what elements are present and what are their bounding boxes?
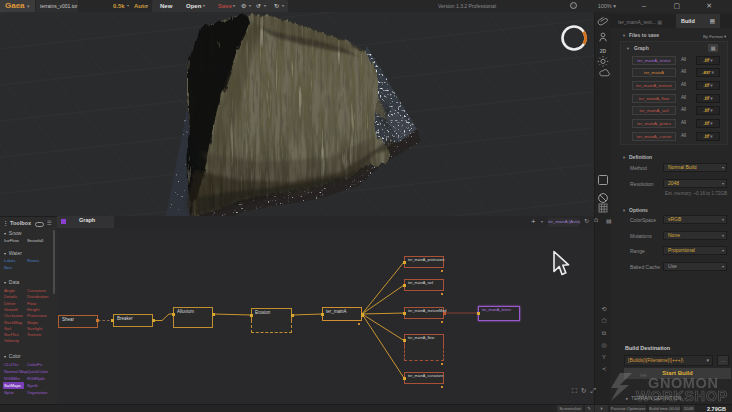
svg-text:2D: 2D xyxy=(600,48,607,54)
